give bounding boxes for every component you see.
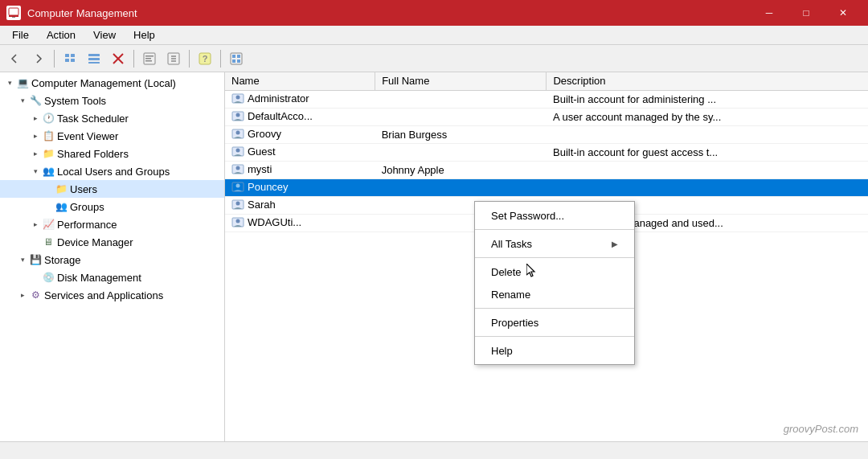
main-layout: 💻 Computer Management (Local) 🔧 System T… [0, 72, 868, 441]
sidebar-label-device-manager: Device Manager [57, 236, 133, 248]
context-menu-label: Rename [491, 289, 530, 301]
user-fullname-cell [375, 143, 547, 161]
menu-bar: File Action View Help [0, 26, 868, 45]
sidebar-item-device-manager[interactable]: 🖥 Device Manager [0, 233, 224, 251]
up-button[interactable] [59, 48, 81, 69]
close-button[interactable]: ✕ [825, 0, 862, 26]
sidebar-item-groups[interactable]: 👥 Groups [0, 198, 224, 215]
sidebar-label-shared-folders: Shared Folders [57, 148, 129, 160]
user-name-cell: Groovy [225, 125, 375, 143]
view-button[interactable] [225, 48, 248, 69]
menu-help[interactable]: Help [125, 27, 164, 43]
sidebar-item-shared-folders[interactable]: 📁 Shared Folders [0, 145, 224, 162]
context-menu-label: Properties [491, 317, 538, 329]
sidebar-label-system-tools: System Tools [44, 95, 106, 107]
device-manager-icon: 🖥 [42, 236, 55, 248]
properties-button[interactable] [138, 48, 161, 69]
disk-icon: 💿 [42, 271, 55, 284]
toolbar-sep-3 [189, 50, 190, 68]
services-icon: ⚙ [29, 289, 42, 301]
table-row[interactable]: Pouncey [225, 178, 868, 196]
toolbar: ? [0, 45, 868, 72]
context-menu-separator [475, 229, 634, 230]
sidebar-item-task-scheduler[interactable]: 🕐 Task Scheduler [0, 109, 224, 127]
table-row[interactable]: DefaultAcco...A user account managed by … [225, 108, 868, 125]
menu-action[interactable]: Action [38, 27, 84, 43]
svg-rect-13 [145, 55, 154, 57]
svg-rect-3 [65, 54, 69, 57]
context-menu-label: Set Password... [491, 210, 564, 222]
context-menu-item-all-tasks[interactable]: All Tasks▶ [475, 232, 634, 255]
sidebar-item-services-apps[interactable]: ⚙ Services and Applications [0, 286, 224, 304]
sidebar-item-system-tools[interactable]: 🔧 System Tools [0, 92, 224, 109]
context-menu-item-rename[interactable]: Rename [475, 283, 634, 305]
col-header-description[interactable]: Description [547, 72, 868, 90]
context-menu-separator [475, 308, 634, 309]
sidebar-label-task-scheduler: Task Scheduler [57, 113, 129, 125]
event-viewer-icon: 📋 [42, 129, 55, 142]
system-tools-expand-icon [16, 94, 29, 107]
context-menu-item-delete[interactable]: Delete [475, 260, 634, 283]
context-menu-item-help[interactable]: Help [475, 339, 634, 362]
users-icon: 📁 [55, 182, 68, 195]
user-description-cell: Built-in account for guest access t... [547, 143, 868, 161]
sidebar-label-groups: Groups [70, 201, 104, 213]
user-fullname-cell [375, 108, 547, 125]
context-menu: Set Password...All Tasks▶Delete RenamePr… [474, 201, 635, 365]
col-header-name[interactable]: Name [225, 72, 375, 90]
help-button[interactable]: ? [194, 48, 216, 69]
table-row[interactable]: GroovyBrian Burgess [225, 125, 868, 143]
context-menu-item-set-password[interactable]: Set Password... [475, 204, 634, 227]
sidebar-item-disk-management[interactable]: 💿 Disk Management [0, 268, 224, 286]
context-menu-separator [475, 336, 634, 337]
sidebar-label-root: Computer Management (Local) [31, 77, 176, 89]
context-menu-item-properties[interactable]: Properties [475, 311, 634, 334]
services-expand-icon [16, 289, 29, 301]
sidebar-label-storage: Storage [44, 254, 81, 266]
sidebar-item-root[interactable]: 💻 Computer Management (Local) [0, 74, 224, 92]
sidebar-item-users[interactable]: 📁 Users [0, 180, 224, 198]
svg-rect-24 [237, 55, 240, 58]
storage-expand-icon [16, 253, 29, 266]
title-bar: Computer Management ─ □ ✕ [0, 0, 868, 26]
sidebar-item-performance[interactable]: 📈 Performance [0, 215, 224, 233]
menu-file[interactable]: File [3, 27, 38, 43]
svg-rect-15 [145, 60, 152, 62]
export-button[interactable] [162, 48, 185, 69]
user-description-cell [547, 125, 868, 143]
menu-view[interactable]: View [84, 27, 125, 43]
user-description-cell [547, 161, 868, 178]
table-row[interactable]: GuestBuilt-in account for guest access t… [225, 143, 868, 161]
toolbar-sep-4 [220, 50, 221, 68]
show-console-tree[interactable] [83, 48, 105, 69]
maximize-button[interactable]: □ [788, 0, 825, 26]
svg-rect-7 [88, 54, 100, 56]
sidebar-item-storage[interactable]: 💾 Storage [0, 251, 224, 268]
sidebar-label-disk-management: Disk Management [57, 272, 141, 284]
sidebar-item-event-viewer[interactable]: 📋 Event Viewer [0, 127, 224, 145]
sidebar-item-local-users-groups[interactable]: 👥 Local Users and Groups [0, 162, 224, 180]
col-header-fullname[interactable]: Full Name [375, 72, 547, 90]
svg-rect-25 [232, 59, 235, 63]
svg-point-36 [236, 166, 240, 170]
table-row[interactable]: mystiJohnny Apple [225, 161, 868, 178]
sidebar-label-local-users-groups: Local Users and Groups [57, 166, 170, 178]
svg-point-28 [236, 96, 240, 100]
task-scheduler-icon: 🕐 [42, 112, 55, 125]
svg-rect-4 [71, 54, 75, 57]
forward-button[interactable] [27, 48, 50, 69]
svg-rect-5 [65, 59, 69, 62]
svg-text:?: ? [203, 54, 208, 64]
delete-button[interactable] [107, 48, 129, 69]
shared-folders-expand-icon [29, 147, 42, 160]
task-scheduler-expand-icon [29, 112, 42, 125]
app-icon [6, 6, 21, 20]
user-name-cell: Guest [225, 143, 375, 161]
user-fullname-cell: Johnny Apple [375, 161, 547, 178]
svg-rect-1 [9, 15, 18, 17]
minimize-button[interactable]: ─ [751, 0, 788, 26]
svg-rect-6 [71, 59, 75, 62]
table-row[interactable]: AdministratorBuilt-in account for admini… [225, 90, 868, 108]
window-title: Computer Management [27, 7, 137, 19]
back-button[interactable] [3, 48, 26, 69]
